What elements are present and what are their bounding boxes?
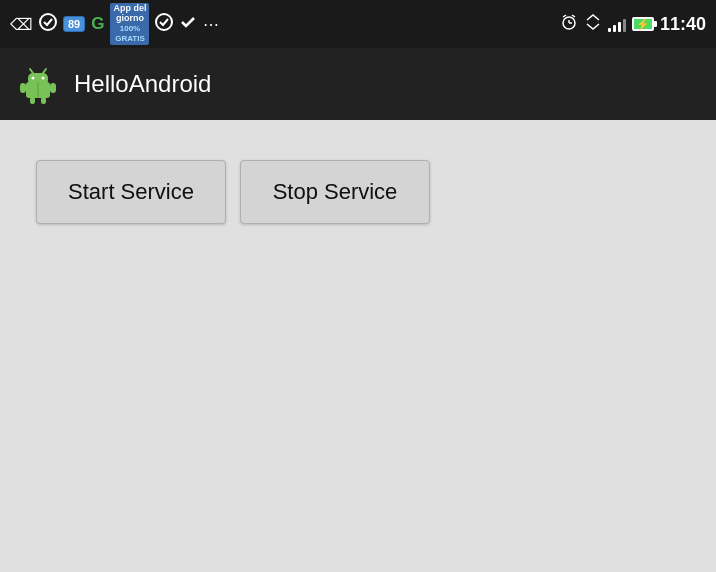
svg-rect-15 [30, 97, 35, 104]
status-bar-left: ⌫ 89 G App delgiorno100%GRATIS ⋯ [10, 3, 219, 45]
svg-line-5 [563, 15, 566, 17]
check-icon [39, 13, 57, 35]
action-bar: HelloAndroid [0, 48, 716, 120]
battery-charging-icon: ⚡ [636, 18, 650, 31]
usb-icon: ⌫ [10, 15, 33, 34]
svg-point-10 [42, 77, 45, 80]
status-bar-right: ⚡ 11:40 [560, 13, 706, 35]
status-bar: ⌫ 89 G App delgiorno100%GRATIS ⋯ [0, 0, 716, 48]
svg-rect-16 [41, 97, 46, 104]
wunderlist-icon [155, 13, 173, 35]
status-time: 11:40 [660, 14, 706, 35]
svg-line-12 [43, 69, 46, 73]
check2-icon [179, 13, 197, 35]
stop-service-button[interactable]: Stop Service [240, 160, 430, 224]
app-icon [16, 62, 60, 106]
signal-icon [608, 16, 626, 32]
app-title: HelloAndroid [74, 70, 211, 98]
battery-icon: ⚡ [632, 17, 654, 31]
main-content: Start Service Stop Service [0, 120, 716, 572]
start-service-button[interactable]: Start Service [36, 160, 226, 224]
transfer-icon [584, 13, 602, 35]
svg-point-0 [40, 14, 56, 30]
svg-line-11 [30, 69, 33, 73]
svg-rect-14 [50, 83, 56, 93]
svg-point-1 [156, 14, 172, 30]
svg-rect-13 [20, 83, 26, 93]
android-robot-icon [18, 64, 58, 104]
alarm-icon [560, 13, 578, 35]
grammarly-icon: G [91, 14, 104, 34]
more-icon: ⋯ [203, 15, 219, 34]
svg-line-6 [572, 15, 575, 17]
badge-89-icon: 89 [63, 16, 85, 32]
appdelgiorno-icon: App delgiorno100%GRATIS [110, 3, 149, 45]
buttons-row: Start Service Stop Service [36, 160, 680, 224]
svg-point-9 [32, 77, 35, 80]
